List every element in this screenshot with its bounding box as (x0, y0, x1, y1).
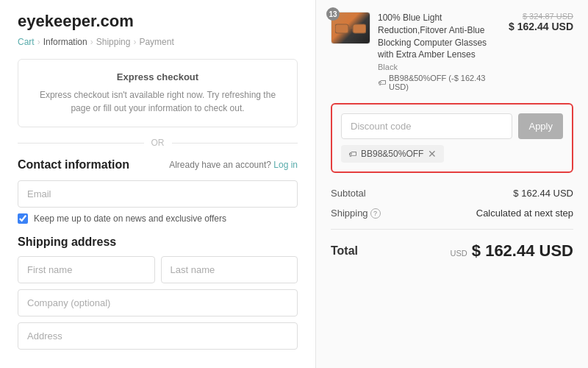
left-panel: eyekeeper.com Cart › Information › Shipp… (0, 0, 316, 368)
contact-title: Contact information (18, 158, 129, 171)
shipping-value: Calculated at next step (476, 208, 573, 219)
express-checkout-text: Express checkout isn't available right n… (30, 88, 285, 115)
site-title: eyekeeper.com (18, 12, 298, 31)
first-name-field[interactable] (18, 256, 155, 283)
price-original: $ 324.87 USD (509, 12, 573, 21)
svg-rect-0 (335, 24, 348, 33)
breadcrumb: Cart › Information › Shipping › Payment (18, 37, 298, 47)
total-value-wrap: USD $ 162.44 USD (451, 241, 573, 261)
already-account: Already have an account? Log in (169, 160, 298, 170)
breadcrumb-information: Information (43, 37, 87, 47)
total-amount: $ 162.44 USD (472, 241, 573, 261)
shipping-label: Shipping ? (331, 208, 381, 219)
express-checkout-box: Express checkout Express checkout isn't … (18, 59, 298, 127)
subtotal-row: Subtotal $ 162.44 USD (331, 183, 573, 203)
login-link[interactable]: Log in (273, 160, 298, 170)
product-name: 100% Blue Light Reduction,Fitover Anti-B… (378, 12, 501, 61)
or-label: OR (151, 138, 165, 148)
right-panel: 13 100% Blue Light Reduction,Fitover Ant… (316, 0, 588, 368)
subtotal-label: Subtotal (331, 188, 366, 199)
shipping-help-icon[interactable]: ? (370, 208, 381, 219)
newsletter-label: Keep me up to date on news and exclusive… (34, 213, 226, 224)
breadcrumb-payment: Payment (139, 37, 173, 47)
total-divider (331, 229, 573, 230)
contact-header: Contact information Already have an acco… (18, 158, 298, 171)
product-info: 100% Blue Light Reduction,Fitover Anti-B… (378, 12, 501, 91)
remove-discount-button[interactable]: ✕ (428, 149, 437, 159)
total-currency: USD (451, 249, 467, 258)
product-discount-tag: 🏷 BB98&50%OFF (-$ 162.43 USD) (378, 74, 501, 91)
subtotal-value: $ 162.44 USD (513, 188, 573, 199)
applied-tag-row: 🏷 BB98&50%OFF ✕ (341, 145, 563, 163)
express-checkout-title: Express checkout (30, 71, 285, 82)
svg-rect-1 (353, 24, 366, 33)
product-image-wrap: 13 (331, 12, 370, 44)
apply-button[interactable]: Apply (518, 113, 563, 139)
total-label: Total (331, 244, 358, 258)
product-quantity-badge: 13 (326, 7, 340, 21)
breadcrumb-shipping: Shipping (96, 37, 131, 47)
price-final: $ 162.44 USD (509, 21, 573, 32)
name-row (18, 256, 298, 283)
shipping-row: Shipping ? Calculated at next step (331, 203, 573, 223)
applied-tag: 🏷 BB98&50%OFF ✕ (341, 145, 444, 163)
or-divider: OR (18, 138, 298, 148)
shipping-title: Shipping address (18, 236, 298, 249)
address-field[interactable] (18, 322, 298, 350)
total-row: Total USD $ 162.44 USD (331, 236, 573, 266)
product-row: 13 100% Blue Light Reduction,Fitover Ant… (331, 12, 573, 91)
discount-input-row: Apply (341, 113, 563, 139)
company-field[interactable] (18, 289, 298, 316)
discount-box: Apply 🏷 BB98&50%OFF ✕ (331, 103, 573, 173)
breadcrumb-cart[interactable]: Cart (18, 37, 35, 47)
product-variant: Black (378, 63, 501, 71)
product-prices: $ 324.87 USD $ 162.44 USD (509, 12, 573, 32)
tag-icon: 🏷 (378, 78, 386, 87)
email-field[interactable] (18, 180, 298, 208)
discount-code-input[interactable] (341, 113, 512, 139)
newsletter-row: Keep me up to date on news and exclusive… (18, 213, 298, 224)
last-name-field[interactable] (161, 256, 298, 283)
applied-code: BB98&50%OFF (361, 149, 423, 159)
discount-tag-icon: 🏷 (348, 149, 356, 158)
summary-section: Subtotal $ 162.44 USD Shipping ? Calcula… (331, 183, 573, 266)
newsletter-checkbox[interactable] (18, 213, 28, 224)
